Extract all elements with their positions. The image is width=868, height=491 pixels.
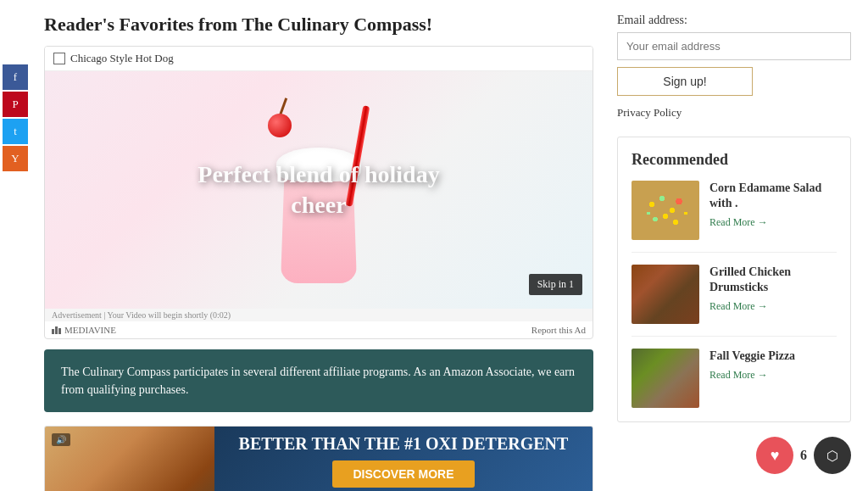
affiliate-notice: The Culinary Compass participates in sev…: [44, 349, 593, 412]
share-icon: ⬡: [826, 448, 838, 464]
right-sidebar: Email address: Sign up! Privacy Policy R…: [607, 14, 861, 491]
rec-thumbnail-corn: [632, 181, 699, 240]
recommended-title: Recommended: [632, 151, 837, 169]
twitter-share-button[interactable]: t: [3, 119, 28, 144]
rec-info-veggie: Fall Veggie Pizza Read More →: [709, 349, 837, 382]
video-thumbnail: Perfect blend of holiday cheer Skip in 1: [45, 71, 593, 309]
bar2: [55, 326, 58, 334]
rec-divider-1: [632, 252, 837, 253]
chicken-drumsticks-image: [632, 265, 699, 324]
rec-item-corn-salad: Corn Edamame Salad with . Read More →: [632, 181, 837, 240]
facebook-share-button[interactable]: f: [3, 64, 28, 90]
video-header: Chicago Style Hot Dog: [45, 47, 593, 71]
facebook-icon: f: [14, 70, 17, 84]
video-tab-label: Chicago Style Hot Dog: [70, 52, 174, 65]
pinterest-icon: P: [12, 98, 18, 111]
video-player: Chicago Style Hot Dog Perfect blend of h…: [44, 46, 593, 339]
ad-discover-button[interactable]: DISCOVER MORE: [332, 460, 474, 488]
rec-info-corn: Corn Edamame Salad with . Read More →: [709, 181, 837, 229]
corn-salad-image: [632, 181, 699, 240]
ad-headline-text: BETTER THAN THE #1 OXI DETERGENT: [239, 434, 569, 453]
ad-content: BETTER THAN THE #1 OXI DETERGENT DISCOVE…: [214, 427, 593, 491]
mediavine-label: MEDIAVINE: [64, 325, 116, 335]
share-button[interactable]: ⬡: [814, 437, 851, 474]
bottom-advertisement: 🔊 BETTER THAN THE #1 OXI DETERGENT DISCO…: [44, 426, 593, 491]
page-title: Reader's Favorites from The Culinary Com…: [44, 14, 593, 36]
cherry-decoration: [268, 114, 292, 137]
rec-title-corn: Corn Edamame Salad with .: [709, 181, 837, 211]
rec-read-more-veggie[interactable]: Read More →: [709, 369, 837, 382]
veggie-pizza-image: [632, 349, 699, 408]
pinterest-share-button[interactable]: P: [3, 92, 28, 117]
rec-info-chicken: Grilled Chicken Drumsticks Read More →: [709, 265, 837, 313]
rec-thumbnail-chicken: [632, 265, 699, 324]
bar1: [52, 329, 54, 334]
ad-disclaimer: Advertisement | Your Video will begin sh…: [45, 309, 593, 321]
floating-actions: ♥ 6 ⬡: [756, 437, 851, 474]
signup-button[interactable]: Sign up!: [617, 67, 753, 96]
email-input[interactable]: [617, 32, 851, 60]
report-ad-link[interactable]: Report this Ad: [531, 325, 586, 335]
main-content: Reader's Favorites from The Culinary Com…: [31, 14, 607, 491]
rec-read-more-corn[interactable]: Read More →: [709, 216, 837, 229]
recommended-section: Recommended Corn Edamame Salad with . Re…: [617, 137, 851, 422]
yummly-share-button[interactable]: Y: [3, 146, 28, 171]
social-sidebar: f P t Y: [0, 14, 31, 491]
email-label: Email address:: [617, 14, 851, 27]
ad-volume-control[interactable]: 🔊: [52, 433, 70, 446]
mediavine-bars-icon: [52, 326, 61, 334]
privacy-policy-link[interactable]: Privacy Policy: [617, 106, 851, 120]
email-signup-section: Email address: Sign up! Privacy Policy: [617, 14, 851, 120]
rec-thumbnail-veggie: [632, 349, 699, 408]
like-count: 6: [800, 448, 807, 463]
yummly-icon: Y: [11, 152, 19, 165]
bar3: [58, 328, 61, 334]
ad-headline: BETTER THAN THE #1 OXI DETERGENT: [239, 433, 569, 454]
rec-item-veggie-pizza: Fall Veggie Pizza Read More →: [632, 349, 837, 408]
video-footer: MEDIAVINE Report this Ad: [45, 321, 593, 338]
mediavine-logo: MEDIAVINE: [52, 325, 116, 335]
affiliate-text: The Culinary Compass participates in sev…: [61, 365, 575, 396]
video-tab-icon: [53, 53, 65, 64]
heart-button[interactable]: ♥: [756, 437, 793, 474]
ad-product-image: [45, 427, 214, 491]
skip-button[interactable]: Skip in 1: [529, 274, 582, 295]
heart-icon: ♥: [771, 447, 780, 465]
rec-item-chicken: Grilled Chicken Drumsticks Read More →: [632, 265, 837, 324]
rec-title-chicken: Grilled Chicken Drumsticks: [709, 265, 837, 295]
video-overlay-text: Perfect blend of holiday cheer: [182, 159, 456, 221]
rec-divider-2: [632, 336, 837, 337]
twitter-icon: t: [14, 125, 17, 138]
rec-read-more-chicken[interactable]: Read More →: [709, 300, 837, 313]
rec-title-veggie: Fall Veggie Pizza: [709, 349, 837, 364]
